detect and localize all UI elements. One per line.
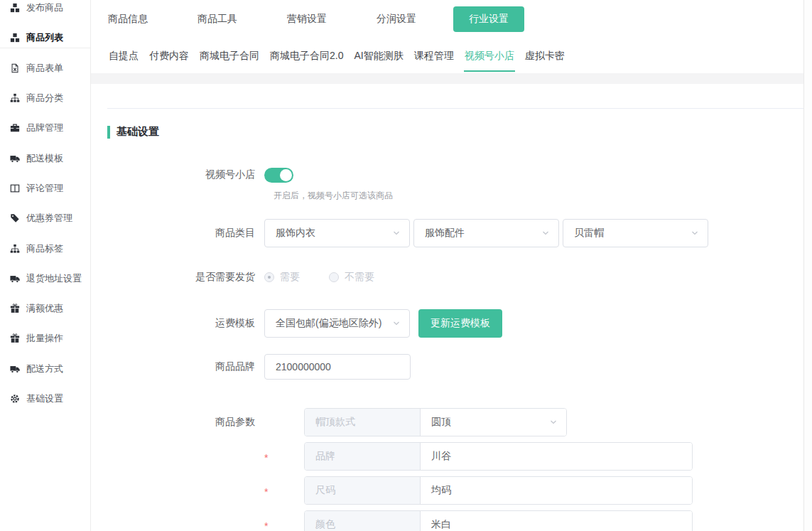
section-header: 基础设置 xyxy=(107,125,159,139)
radio-label: 不需要 xyxy=(345,271,374,284)
required-asterisk: * xyxy=(264,483,304,498)
scrollbar[interactable] xyxy=(803,0,812,531)
subtab-自提点[interactable]: 自提点 xyxy=(108,47,139,72)
param-row-品牌: *品牌川谷 xyxy=(91,442,789,471)
category-select-2[interactable]: 服饰配件 xyxy=(413,219,559,247)
subtab-视频号小店[interactable]: 视频号小店 xyxy=(464,47,515,72)
chevron-down-icon xyxy=(392,319,401,328)
chevron-down-icon xyxy=(691,229,699,237)
sidebar-item-label: 满额优惠 xyxy=(26,302,63,315)
gear-icon xyxy=(9,394,20,404)
param-value-input[interactable]: 川谷 xyxy=(421,443,692,470)
param-value-input[interactable]: 米白 xyxy=(421,511,692,531)
param-value-select[interactable]: 圆顶 xyxy=(421,409,566,436)
subtab-商城电子合同2.0[interactable]: 商城电子合同2.0 xyxy=(269,47,344,72)
sidebar-item-评论管理[interactable]: 评论管理 xyxy=(0,173,90,203)
select-value: 服饰内衣 xyxy=(276,227,392,240)
category-select-1[interactable]: 服饰内衣 xyxy=(264,219,410,247)
param-value-text: 川谷 xyxy=(431,450,683,463)
param-value-text: 米白 xyxy=(431,518,683,531)
store-toggle-switch[interactable] xyxy=(264,168,293,183)
category-row: 商品类目 服饰内衣服饰配件贝雷帽 xyxy=(91,219,789,247)
param-group-帽顶款式: 帽顶款式圆顶 xyxy=(304,408,567,436)
param-value-input[interactable]: 均码 xyxy=(421,477,692,504)
subtab-付费内容[interactable]: 付费内容 xyxy=(148,47,190,72)
file-icon xyxy=(9,63,20,73)
primary-tabs: 商品信息商品工具营销设置分润设置行业设置 xyxy=(108,6,524,33)
sidebar-item-优惠券管理[interactable]: 优惠券管理 xyxy=(0,203,90,233)
tag-icon xyxy=(9,213,20,224)
category-label: 商品类目 xyxy=(91,227,264,240)
settings-panel: 基础设置 视频号小店 开启后，视频号小店可选该商品 商品类目 服饰内衣服饰配件贝… xyxy=(91,84,803,531)
briefcase-icon xyxy=(9,123,20,134)
sidebar-item-label: 配送模板 xyxy=(26,152,63,165)
category-selects: 服饰内衣服饰配件贝雷帽 xyxy=(264,219,708,247)
param-value-text: 均码 xyxy=(431,484,683,497)
freight-row: 运费模板 全国包邮(偏远地区除外) 更新运费模板 xyxy=(91,309,789,338)
sidebar-item-商品列表[interactable]: 商品列表 xyxy=(0,23,90,53)
params-label: 商品参数 xyxy=(91,416,264,429)
columns-icon xyxy=(9,183,20,193)
sidebar-item-label: 商品列表 xyxy=(26,31,63,44)
param-group-颜色: 颜色米白 xyxy=(304,510,693,531)
radio-circle-icon xyxy=(329,272,339,282)
sidebar-item-label: 品牌管理 xyxy=(26,122,63,134)
param-name-cell: 颜色 xyxy=(305,511,421,531)
truck-icon xyxy=(9,153,20,163)
sitemap-icon xyxy=(9,93,20,104)
param-name-cell: 帽顶款式 xyxy=(305,409,421,436)
param-name-cell: 品牌 xyxy=(305,443,421,470)
sidebar-item-label: 优惠券管理 xyxy=(26,212,72,225)
param-row-颜色: *颜色米白 xyxy=(91,510,789,531)
section-title: 基础设置 xyxy=(117,125,159,139)
brand-row: 商品品牌 xyxy=(91,353,789,381)
param-value-text: 圆顶 xyxy=(431,416,549,429)
sidebar-item-批量操作[interactable]: 批量操作 xyxy=(0,323,90,353)
sidebar-item-满额优惠[interactable]: 满额优惠 xyxy=(0,294,90,323)
category-select-3[interactable]: 贝雷帽 xyxy=(563,219,708,247)
tabs-card: 商品信息商品工具营销设置分润设置行业设置 自提点付费内容商城电子合同商城电子合同… xyxy=(91,0,803,73)
sidebar-item-基础设置[interactable]: 基础设置 xyxy=(0,384,90,414)
update-freight-button[interactable]: 更新运费模板 xyxy=(418,309,502,338)
store-toggle-label: 视频号小店 xyxy=(91,168,264,181)
radio-不需要[interactable]: 不需要 xyxy=(329,271,374,284)
subtab-虚拟卡密[interactable]: 虚拟卡密 xyxy=(524,47,565,72)
sidebar-item-退货地址设置[interactable]: 退货地址设置 xyxy=(0,264,90,294)
subtab-课程管理[interactable]: 课程管理 xyxy=(413,47,455,72)
sidebar-item-配送方式[interactable]: 配送方式 xyxy=(0,354,90,384)
select-value: 服饰配件 xyxy=(425,227,541,240)
required-asterisk: * xyxy=(264,517,304,531)
sitemap-icon xyxy=(9,243,20,254)
truck-icon xyxy=(9,273,20,284)
brand-input[interactable] xyxy=(264,354,411,380)
sidebar-item-发布商品[interactable]: 发布商品 xyxy=(0,0,90,23)
freight-template-select[interactable]: 全国包邮(偏远地区除外) xyxy=(264,309,410,338)
tab-分润设置[interactable]: 分润设置 xyxy=(377,13,416,26)
sidebar-item-商品标签[interactable]: 商品标签 xyxy=(0,233,90,263)
sidebar-item-label: 商品标签 xyxy=(26,242,63,255)
tab-商品信息[interactable]: 商品信息 xyxy=(108,13,148,26)
freight-label: 运费模板 xyxy=(91,317,264,330)
sidebar-item-配送模板[interactable]: 配送模板 xyxy=(0,143,90,173)
sidebar-item-label: 发布商品 xyxy=(26,1,63,14)
param-name-cell: 尺码 xyxy=(305,477,421,504)
chevron-down-icon xyxy=(392,229,401,237)
sidebar-item-label: 配送方式 xyxy=(26,363,63,375)
required-spacer xyxy=(264,421,304,424)
shipping-row: 是否需要发货 需要不需要 xyxy=(91,263,789,291)
shipping-label: 是否需要发货 xyxy=(91,271,264,284)
sidebar-item-商品表单[interactable]: 商品表单 xyxy=(0,53,90,83)
subtab-商城电子合同[interactable]: 商城电子合同 xyxy=(199,47,260,72)
tab-营销设置[interactable]: 营销设置 xyxy=(287,13,327,26)
section-accent-bar xyxy=(107,126,110,139)
tab-商品工具[interactable]: 商品工具 xyxy=(197,13,237,26)
sidebar-item-label: 商品表单 xyxy=(26,62,63,75)
tab-行业设置[interactable]: 行业设置 xyxy=(453,6,524,32)
sidebar-item-label: 基础设置 xyxy=(26,392,63,405)
subtab-AI智能测肤[interactable]: AI智能测肤 xyxy=(353,47,404,72)
sidebar-item-品牌管理[interactable]: 品牌管理 xyxy=(0,113,90,143)
radio-需要[interactable]: 需要 xyxy=(264,271,300,284)
radio-label: 需要 xyxy=(280,271,300,284)
toggle-knob xyxy=(280,169,292,181)
sidebar-item-商品分类[interactable]: 商品分类 xyxy=(0,83,90,113)
